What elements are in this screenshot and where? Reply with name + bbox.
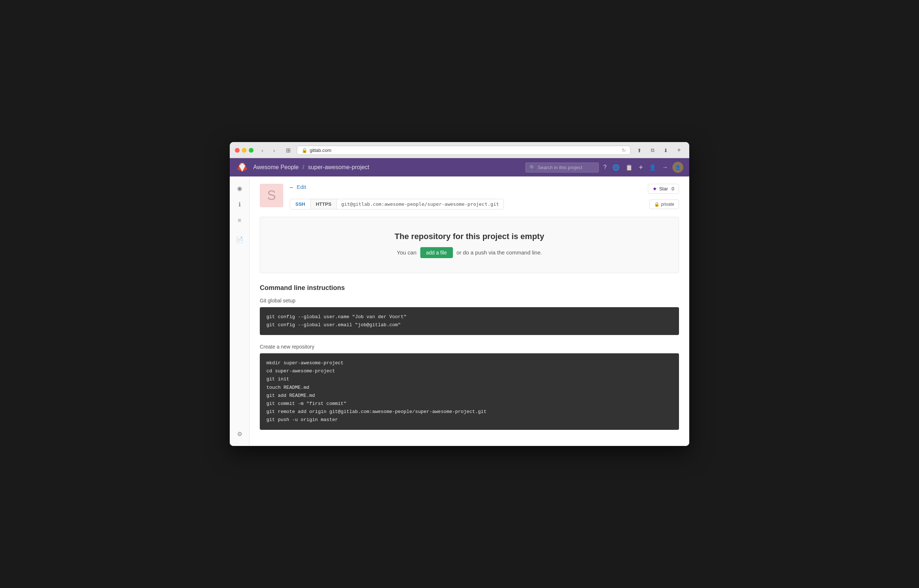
search-icon: 🔍 [530,165,535,170]
address-bar[interactable]: 🔒 gitlab.com ↻ [297,146,630,155]
code-line: git config --global user.name "Job van d… [266,313,673,321]
project-info: – Edit ★ Star 0 [290,184,679,209]
cli-subsection-global-title: Git global setup [260,298,679,304]
nav-icons: ? 🌐 📋 + 👤 → [603,163,668,172]
star-count: 0 [672,186,674,192]
sidebar-item-settings[interactable]: ⚙ [233,428,246,441]
refresh-icon[interactable]: ↻ [622,147,626,153]
code-line: git push -u origin master [266,416,673,424]
code-line: git config --global user.email "job@gitl… [266,321,673,329]
code-line: git remote add origin git@gitlab.com:awe… [266,408,673,416]
cli-subsection-global: Git global setup git config --global use… [260,298,679,335]
sidebar-item-commits[interactable]: ◉ [233,182,246,195]
clone-section: SSH HTTPS git@gitlab.com:awesome-people/… [290,199,504,209]
new-tab-button[interactable]: + [674,147,684,155]
private-badge: 🔒 private [649,200,679,209]
sidebar-item-wiki[interactable]: 📄 [233,233,246,246]
code-line: git add README.md [266,392,673,400]
search-placeholder: Search in this project [538,165,582,170]
desc-after: or do a push via the command line. [457,249,542,255]
close-button[interactable] [235,148,240,153]
clone-url-row: SSH HTTPS git@gitlab.com:awesome-people/… [290,199,679,209]
url-text: gitlab.com [310,147,331,153]
ssh-tab[interactable]: SSH [290,199,311,209]
star-button[interactable]: ★ Star 0 [648,184,679,194]
tabs-button[interactable]: ⧉ [647,147,658,155]
gitlab-app: Awesome People / super-awesome-project 🔍… [230,158,689,446]
help-icon[interactable]: ? [603,164,606,171]
top-navbar: Awesome People / super-awesome-project 🔍… [230,158,689,176]
sidebar-toggle-button[interactable]: ⊞ [283,147,293,155]
browser-actions: ⬆ ⧉ ⬇ + [634,147,684,155]
user-icon[interactable]: 👤 [649,164,656,171]
plus-icon[interactable]: + [639,163,643,172]
book-icon[interactable]: 📋 [626,164,633,171]
traffic-lights [235,148,254,153]
signout-icon[interactable]: → [662,164,668,171]
gitlab-logo[interactable] [236,161,249,174]
project-name[interactable]: super-awesome-project [308,164,370,170]
search-bar[interactable]: 🔍 Search in this project [525,163,599,173]
private-label: private [661,202,674,207]
empty-repo-title: The repository for this project is empty [267,232,671,241]
nav-buttons: ‹ › [257,147,279,155]
cli-section: Command line instructions Git global set… [260,284,679,430]
https-tab[interactable]: HTTPS [311,199,337,209]
avatar[interactable]: 👤 [673,162,683,173]
group-name[interactable]: Awesome People [253,164,299,170]
code-line: touch README.md [266,384,673,392]
code-block-new-repo[interactable]: mkdir super-awesome-project cd super-awe… [260,353,679,430]
sidebar-item-issues[interactable]: ≡ [233,214,246,227]
share-button[interactable]: ⬆ [634,147,645,155]
cli-subsection-new-repo: Create a new repository mkdir super-awes… [260,344,679,430]
code-block-global[interactable]: git config --global user.name "Job van d… [260,307,679,335]
edit-dash: – [290,184,293,190]
code-line: mkdir super-awesome-project [266,359,673,367]
star-icon: ★ [653,186,657,192]
desc-before: You can [397,249,417,255]
sidebar-item-info[interactable]: ℹ [233,198,246,211]
clone-url[interactable]: git@gitlab.com:awesome-people/super-awes… [337,199,503,209]
breadcrumb: Awesome People / super-awesome-project [253,164,521,171]
project-header: S – Edit ★ Star [260,184,679,209]
add-file-button[interactable]: add a file [420,247,453,258]
download-button[interactable]: ⬇ [661,147,671,155]
forward-button[interactable]: › [269,147,279,155]
code-line: git init [266,375,673,383]
breadcrumb-separator: / [303,164,304,170]
sidebar: ◉ ℹ ≡ 📄 ⚙ [230,176,250,446]
browser-chrome: ‹ › ⊞ 🔒 gitlab.com ↻ ⬆ ⧉ ⬇ + [230,142,689,158]
project-avatar: S [260,184,283,207]
cli-subsection-new-repo-title: Create a new repository [260,344,679,350]
avatar-placeholder: 👤 [675,165,681,170]
header-row: – Edit ★ Star 0 [290,184,679,194]
content-area: S – Edit ★ Star [250,176,689,446]
cli-section-title: Command line instructions [260,284,679,292]
lock-icon: 🔒 [301,147,308,153]
main-layout: ◉ ℹ ≡ 📄 ⚙ S – [230,176,689,446]
star-label: Star [659,186,668,192]
avatar-letter: S [267,188,276,203]
minimize-button[interactable] [242,148,246,153]
lock-badge-icon: 🔒 [654,202,660,207]
globe-icon[interactable]: 🌐 [612,164,620,171]
edit-section: – Edit [290,184,306,190]
edit-link[interactable]: Edit [297,184,306,190]
code-line: cd super-awesome-project [266,367,673,375]
back-button[interactable]: ‹ [257,147,267,155]
maximize-button[interactable] [249,148,254,153]
empty-repo-box: The repository for this project is empty… [260,217,679,273]
gitlab-logo-svg [237,162,247,173]
code-line: git commit -m "first commit" [266,400,673,408]
browser-window: ‹ › ⊞ 🔒 gitlab.com ↻ ⬆ ⧉ ⬇ + [230,142,689,446]
empty-repo-description: You can add a file or do a push via the … [267,247,671,258]
